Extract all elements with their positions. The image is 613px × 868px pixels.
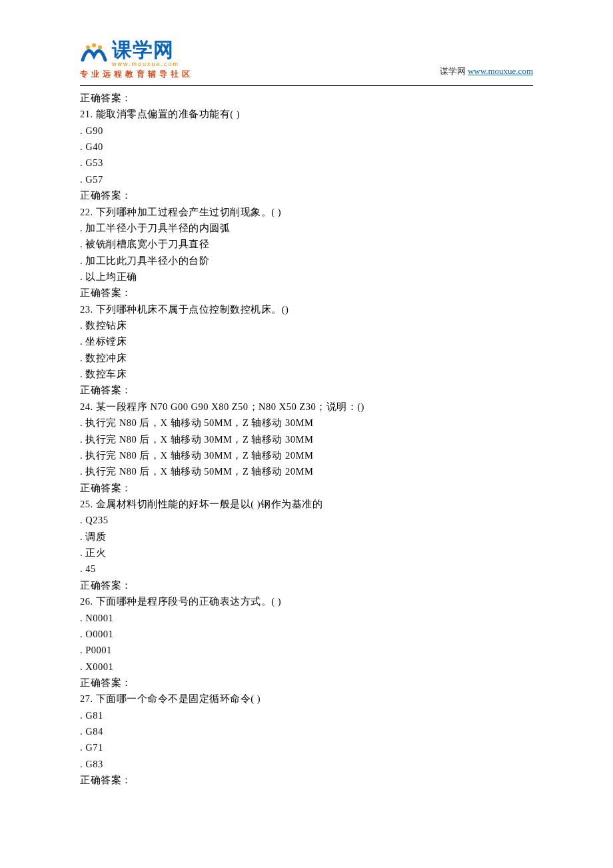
question-option: . 执行完 N80 后，X 轴移动 30MM，Z 轴移动 20MM: [80, 447, 533, 463]
question-option: . G83: [80, 756, 533, 772]
header-divider: [80, 85, 533, 86]
question-option: . 执行完 N80 后，X 轴移动 50MM，Z 轴移动 30MM: [80, 415, 533, 431]
question-option: . G90: [80, 123, 533, 139]
answer-label: 正确答案：: [80, 90, 533, 106]
question-option: . P0001: [80, 642, 533, 658]
question-option: . G57: [80, 171, 533, 187]
logo-tagline: 专业远程教育辅导社区: [80, 69, 193, 80]
question-stem: 26. 下面哪种是程序段号的正确表达方式。( ): [80, 593, 533, 609]
question-option: . 加工半径小于刀具半径的内圆弧: [80, 220, 533, 236]
site-link[interactable]: www.mouxue.com: [468, 66, 533, 76]
question-option: . G53: [80, 155, 533, 171]
svg-point-2: [98, 45, 102, 49]
logo-main-text: 课学网: [112, 40, 179, 60]
question-option: . 数控车床: [80, 366, 533, 382]
question-option: . 正火: [80, 545, 533, 561]
question-stem: 21. 能取消零点偏置的准备功能有( ): [80, 106, 533, 122]
logo-text: 课学网 www.mouxue.com: [112, 40, 179, 67]
answer-label: 正确答案：: [80, 675, 533, 691]
question-option: . 调质: [80, 529, 533, 545]
svg-point-0: [86, 45, 90, 49]
question-option: . N0001: [80, 610, 533, 626]
svg-point-1: [92, 43, 96, 47]
question-option: . 45: [80, 561, 533, 577]
answer-label: 正确答案：: [80, 382, 533, 398]
question-option: . 数控冲床: [80, 350, 533, 366]
question-option: . 数控钻床: [80, 317, 533, 333]
question-option: . 执行完 N80 后，X 轴移动 50MM，Z 轴移动 20MM: [80, 463, 533, 479]
question-option: . G84: [80, 723, 533, 739]
question-option: . G81: [80, 707, 533, 723]
question-option: . X0001: [80, 659, 533, 675]
question-option: . Q235: [80, 512, 533, 528]
question-option: . G40: [80, 139, 533, 155]
logo-icon: [80, 41, 108, 67]
page-header: 课学网 www.mouxue.com 专业远程教育辅导社区 谋学网 www.mo…: [80, 40, 533, 80]
question-stem: 23. 下列哪种机床不属于点位控制数控机床。(): [80, 301, 533, 317]
question-stem: 22. 下列哪种加工过程会产生过切削现象。( ): [80, 204, 533, 220]
logo-row: 课学网 www.mouxue.com: [80, 40, 179, 67]
answer-label: 正确答案：: [80, 577, 533, 593]
question-option: . 执行完 N80 后，X 轴移动 30MM，Z 轴移动 30MM: [80, 431, 533, 447]
question-option: . 被铣削槽底宽小于刀具直径: [80, 236, 533, 252]
site-label: 谋学网: [440, 66, 466, 76]
question-stem: 27. 下面哪一个命令不是固定循环命令( ): [80, 691, 533, 707]
answer-label: 正确答案：: [80, 480, 533, 496]
question-option: . 以上均正确: [80, 269, 533, 285]
document-content: 正确答案：21. 能取消零点偏置的准备功能有( ). G90. G40. G53…: [80, 90, 533, 788]
question-stem: 24. 某一段程序 N70 G00 G90 X80 Z50；N80 X50 Z3…: [80, 399, 533, 415]
question-option: . G71: [80, 739, 533, 755]
question-option: . 坐标镗床: [80, 333, 533, 349]
logo-sub-text: www.mouxue.com: [112, 61, 179, 67]
question-stem: 25. 金属材料切削性能的好坏一般是以( )钢作为基准的: [80, 496, 533, 512]
answer-label: 正确答案：: [80, 187, 533, 203]
site-reference: 谋学网 www.mouxue.com: [440, 65, 533, 80]
question-option: . O0001: [80, 626, 533, 642]
answer-label: 正确答案：: [80, 772, 533, 788]
logo-block: 课学网 www.mouxue.com 专业远程教育辅导社区: [80, 40, 193, 80]
answer-label: 正确答案：: [80, 285, 533, 301]
question-option: . 加工比此刀具半径小的台阶: [80, 253, 533, 269]
page: 课学网 www.mouxue.com 专业远程教育辅导社区 谋学网 www.mo…: [0, 0, 613, 828]
